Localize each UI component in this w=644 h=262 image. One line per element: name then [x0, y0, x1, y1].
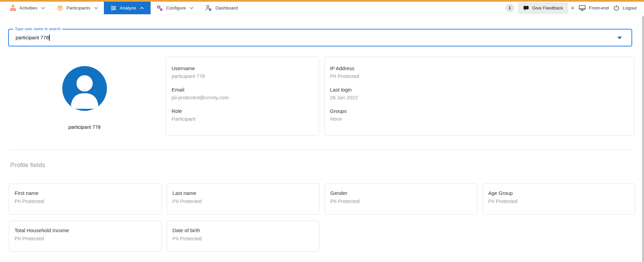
person-gauge-icon — [205, 5, 212, 11]
monitor-icon — [579, 5, 586, 11]
sitemap-icon — [10, 5, 16, 11]
profile-field-card-household-income: Total Household Income PII Protected — [9, 221, 162, 252]
user-avatar-icon — [62, 66, 107, 111]
field-value: Participant — [172, 116, 313, 122]
give-feedback-label: Give Feedback — [532, 5, 563, 11]
field-label: Total Household Income — [15, 227, 156, 233]
give-feedback-button[interactable]: Give Feedback — [518, 3, 568, 14]
field-value: PII Protected — [15, 236, 156, 241]
nav-item-label: Activities — [19, 5, 37, 11]
field-value: PII Protected — [173, 198, 314, 204]
field-label: Gender — [330, 190, 472, 196]
field-last-login: Last login 26 Jan 2022 — [330, 87, 628, 100]
front-end-link[interactable]: Front-end — [579, 5, 609, 11]
field-value: None — [330, 116, 628, 122]
search-input-value: participant 778 — [16, 35, 50, 41]
close-icon[interactable]: × — [571, 5, 575, 11]
profile-fields-heading: Profile fields — [10, 161, 644, 169]
field-label: Date of birth — [173, 227, 314, 233]
info-icon[interactable]: i — [506, 4, 514, 12]
nav-right-controls: i Give Feedback × Front-end — [506, 2, 644, 14]
nav-menu: Activities Participants — [0, 2, 243, 14]
profile-summary-section: participant 778 Username participant 778… — [8, 57, 634, 136]
logout-link[interactable]: Logout — [613, 5, 637, 11]
gears-icon — [156, 5, 163, 12]
field-label: Age Group — [488, 190, 630, 196]
field-email: Email pii-protected@cmnty.com — [172, 87, 313, 100]
nav-item-label: Participants — [66, 5, 90, 11]
dropdown-caret-icon[interactable] — [617, 37, 622, 39]
profile-field-card-age-group: Age Group PII Protected — [483, 183, 636, 215]
nav-item-label: Analyze — [120, 5, 136, 11]
nav-item-label: Dashboard — [215, 5, 238, 11]
nav-item-label: Configure — [166, 5, 186, 11]
field-label: Last name — [173, 190, 314, 196]
text-cursor — [49, 35, 50, 41]
field-label: First name — [15, 190, 156, 196]
nav-item-dashboard[interactable]: Dashboard — [199, 2, 243, 14]
user-search-field[interactable]: Type user name to search participant 778 — [8, 29, 632, 46]
field-value: participant 778 — [172, 73, 313, 79]
profile-field-card-gender: Gender PII Protected — [325, 183, 478, 215]
chevron-down-icon — [190, 7, 194, 9]
field-ip-address: IP Address PII Protected — [330, 65, 628, 79]
search-field-label: Type user name to search — [13, 27, 62, 31]
field-value: 26 Jan 2022 — [330, 95, 628, 100]
people-group-icon — [57, 5, 63, 11]
field-username: Username participant 778 — [172, 65, 313, 79]
avatar-username: participant 778 — [68, 124, 101, 130]
field-value: pii-protected@cmnty.com — [172, 95, 313, 100]
nav-item-configure[interactable]: Configure — [151, 2, 200, 14]
chevron-down-icon — [41, 7, 45, 9]
front-end-label: Front-end — [589, 5, 609, 11]
speech-bubble-icon — [523, 5, 529, 11]
field-label: Role — [172, 108, 313, 114]
bar-chart-icon — [111, 5, 117, 11]
main-navbar: Activities Participants — [0, 2, 644, 15]
field-role: Role Participant — [172, 108, 313, 122]
field-value: PII Protected — [330, 73, 628, 79]
field-value: PII Protected — [173, 236, 314, 241]
profile-field-card-last-name: Last name PII Protected — [167, 183, 320, 215]
profile-field-card-date-of-birth: Date of birth PII Protected — [167, 221, 320, 252]
nav-item-analyze[interactable]: Analyze — [104, 2, 151, 14]
section-divider — [10, 149, 632, 150]
field-label: Email — [172, 87, 313, 93]
avatar-block: participant 778 — [8, 57, 161, 136]
nav-item-activities[interactable]: Activities — [4, 2, 51, 14]
field-value: PII Protected — [330, 198, 472, 204]
logout-label: Logout — [623, 5, 637, 11]
profile-fields-grid: First name PII Protected Last name PII P… — [9, 183, 635, 252]
chevron-down-icon — [94, 7, 98, 9]
chevron-up-icon — [140, 7, 144, 9]
profile-field-card-first-name: First name PII Protected — [9, 183, 162, 215]
vertical-scrollbar[interactable] — [642, 16, 644, 262]
field-label: Last login — [330, 87, 628, 93]
meta-info-card: IP Address PII Protected Last login 26 J… — [324, 57, 634, 136]
field-label: Groups — [330, 108, 628, 114]
field-groups: Groups None — [330, 108, 628, 122]
nav-item-participants[interactable]: Participants — [51, 2, 104, 14]
power-icon — [613, 5, 620, 11]
field-label: IP Address — [330, 65, 628, 71]
field-value: PII Protected — [15, 198, 156, 204]
field-value: PII Protected — [488, 198, 630, 204]
field-label: Username — [172, 65, 313, 71]
account-info-card: Username participant 778 Email pii-prote… — [166, 57, 319, 136]
